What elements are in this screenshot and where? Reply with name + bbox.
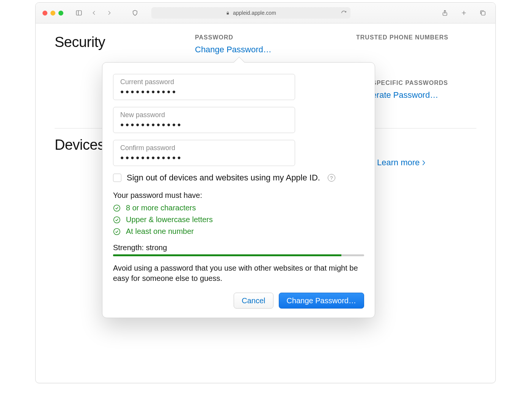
svg-rect-2 [227,13,229,14]
change-password-link[interactable]: Change Password… [195,45,272,55]
sidebar-toggle-button[interactable] [73,7,85,19]
strength-bar [113,254,364,256]
window-controls [42,11,63,16]
close-window-button[interactable] [42,11,47,16]
requirement-item: At least one number [113,227,364,236]
check-circle-icon [113,216,121,224]
security-section-title: Security [55,34,195,50]
change-password-label: Change Password… [287,296,356,305]
password-advice: Avoid using a password that you use with… [113,263,364,284]
svg-point-9 [114,228,120,235]
fullscreen-window-button[interactable] [58,11,63,16]
signout-label: Sign out of devices and websites using m… [127,173,320,183]
signout-checkbox[interactable] [113,174,121,182]
svg-point-7 [114,205,120,211]
requirement-item: 8 or more characters [113,204,364,212]
requirement-text: 8 or more characters [126,204,196,212]
new-password-label: New password [120,111,288,119]
lock-icon [226,11,230,15]
reload-icon[interactable] [341,10,347,16]
requirements-title: Your password must have: [113,191,364,200]
chevron-right-icon [422,160,426,166]
password-column: PASSWORD Change Password… [195,34,272,55]
url-text: appleid.apple.com [233,10,276,16]
confirm-password-field[interactable]: Confirm password ●●●●●●●●●●●● [113,140,295,166]
tabs-overview-button[interactable] [477,7,489,19]
current-password-value: ●●●●●●●●●●● [120,88,288,95]
share-button[interactable] [439,7,451,19]
trusted-numbers-column: TRUSTED PHONE NUMBERS [356,34,448,45]
svg-rect-0 [76,11,82,15]
trusted-numbers-heading: TRUSTED PHONE NUMBERS [356,34,448,41]
password-heading: PASSWORD [195,34,272,41]
requirement-item: Upper & lowercase letters [113,215,364,224]
requirement-text: At least one number [126,227,194,236]
new-password-value: ●●●●●●●●●●●● [120,121,288,128]
svg-rect-6 [481,11,485,15]
new-password-field[interactable]: New password ●●●●●●●●●●●● [113,107,295,133]
confirm-password-value: ●●●●●●●●●●●● [120,154,288,161]
svg-point-8 [114,216,120,223]
learn-more-label: Learn more [377,158,420,168]
current-password-label: Current password [120,78,288,86]
address-bar[interactable]: appleid.apple.com [151,7,350,19]
strength-label: Strength: strong [113,243,364,252]
strength-fill [113,254,341,256]
toolbar: appleid.apple.com [36,3,495,24]
check-circle-icon [113,228,121,235]
page-content: Security PASSWORD Change Password… TRUST… [36,24,495,168]
new-tab-button[interactable] [458,7,470,19]
back-button[interactable] [88,7,100,19]
change-password-button[interactable]: Change Password… [279,293,364,309]
learn-more-link[interactable]: Learn more [377,158,426,168]
cancel-label: Cancel [242,296,265,305]
check-circle-icon [113,204,121,212]
current-password-field[interactable]: Current password ●●●●●●●●●●● [113,74,295,100]
cancel-button[interactable]: Cancel [234,293,273,309]
confirm-password-label: Confirm password [120,144,288,152]
browser-window: appleid.apple.com Security PASSWORD Chan… [35,2,496,383]
requirement-text: Upper & lowercase letters [126,215,213,224]
forward-button[interactable] [104,7,115,19]
minimize-window-button[interactable] [50,11,55,16]
change-password-popover: Current password ●●●●●●●●●●● New passwor… [102,62,375,318]
help-icon[interactable]: ? [328,174,335,182]
privacy-shield-icon[interactable] [129,7,141,19]
